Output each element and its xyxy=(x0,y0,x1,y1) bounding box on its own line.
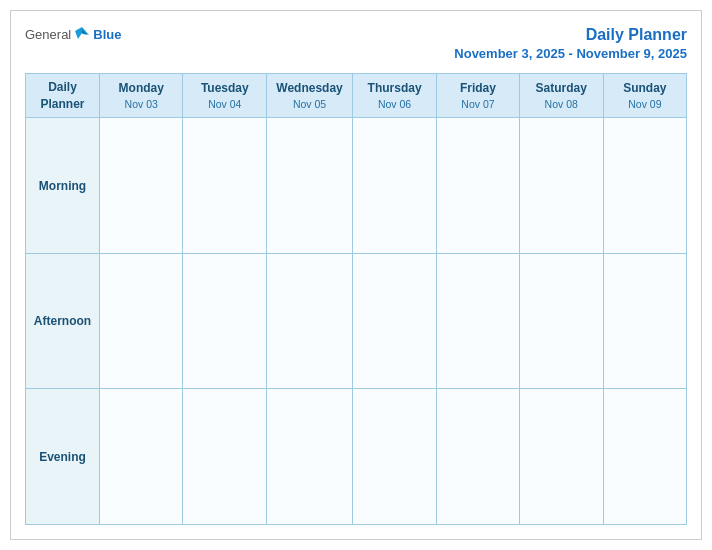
afternoon-monday[interactable] xyxy=(100,253,183,389)
col-friday: Friday Nov 07 xyxy=(437,73,519,118)
morning-tuesday[interactable] xyxy=(183,118,267,254)
evening-label: Evening xyxy=(26,389,100,525)
evening-wednesday[interactable] xyxy=(267,389,353,525)
logo-blue-text: Blue xyxy=(93,27,121,42)
header: General Blue Daily Planner November 3, 2… xyxy=(25,25,687,61)
morning-friday[interactable] xyxy=(437,118,519,254)
evening-thursday[interactable] xyxy=(352,389,436,525)
col-saturday: Saturday Nov 08 xyxy=(519,73,603,118)
morning-monday[interactable] xyxy=(100,118,183,254)
morning-saturday[interactable] xyxy=(519,118,603,254)
logo-general-text: General xyxy=(25,27,71,42)
corner-header: Daily Planner xyxy=(26,73,100,118)
morning-sunday[interactable] xyxy=(603,118,686,254)
date-range: November 3, 2025 - November 9, 2025 xyxy=(454,46,687,61)
row-evening: Evening xyxy=(26,389,687,525)
title-area: Daily Planner November 3, 2025 - Novembe… xyxy=(454,25,687,61)
col-wednesday: Wednesday Nov 05 xyxy=(267,73,353,118)
morning-label: Morning xyxy=(26,118,100,254)
morning-wednesday[interactable] xyxy=(267,118,353,254)
logo-bird-icon xyxy=(73,25,91,43)
col-tuesday: Tuesday Nov 04 xyxy=(183,73,267,118)
afternoon-saturday[interactable] xyxy=(519,253,603,389)
row-morning: Morning xyxy=(26,118,687,254)
evening-sunday[interactable] xyxy=(603,389,686,525)
col-monday: Monday Nov 03 xyxy=(100,73,183,118)
col-thursday: Thursday Nov 06 xyxy=(352,73,436,118)
planner-title: Daily Planner xyxy=(454,25,687,46)
evening-monday[interactable] xyxy=(100,389,183,525)
afternoon-sunday[interactable] xyxy=(603,253,686,389)
row-afternoon: Afternoon xyxy=(26,253,687,389)
afternoon-friday[interactable] xyxy=(437,253,519,389)
planner-page: General Blue Daily Planner November 3, 2… xyxy=(10,10,702,540)
morning-thursday[interactable] xyxy=(352,118,436,254)
logo-text: General Blue xyxy=(25,25,121,43)
afternoon-label: Afternoon xyxy=(26,253,100,389)
evening-saturday[interactable] xyxy=(519,389,603,525)
planner-table: Daily Planner Monday Nov 03 Tuesday Nov … xyxy=(25,73,687,525)
evening-tuesday[interactable] xyxy=(183,389,267,525)
evening-friday[interactable] xyxy=(437,389,519,525)
afternoon-wednesday[interactable] xyxy=(267,253,353,389)
col-sunday: Sunday Nov 09 xyxy=(603,73,686,118)
logo-area: General Blue xyxy=(25,25,121,43)
header-row: Daily Planner Monday Nov 03 Tuesday Nov … xyxy=(26,73,687,118)
afternoon-thursday[interactable] xyxy=(352,253,436,389)
afternoon-tuesday[interactable] xyxy=(183,253,267,389)
